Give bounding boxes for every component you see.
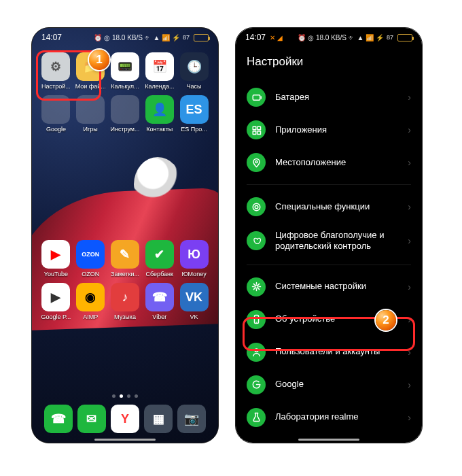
app-money[interactable]: ЮЮMoney — [177, 240, 211, 277]
app-aimp[interactable]: ◉AIMP — [73, 283, 108, 320]
phone-home-screen: 14:07 ⏰ ◎ 18.0 KB/S ᯤ ▲ 📶 ⚡ 87 ⚙Настрой.… — [31, 27, 219, 443]
battery-icon — [247, 88, 266, 107]
status-time: 14:07 — [41, 33, 62, 42]
settings-row-special[interactable]: Специальные функции› — [236, 190, 422, 223]
settings-row-location[interactable]: Местоположение› — [236, 146, 422, 179]
app-label: Сбербанк — [146, 271, 173, 277]
app-ozon[interactable]: OZONOZON — [73, 240, 108, 277]
svg-point-9 — [255, 285, 258, 288]
app-label: Календа... — [145, 83, 174, 90]
app-[interactable]: Инструм... — [108, 95, 143, 133]
app-yandex[interactable]: YYandex — [111, 405, 139, 433]
app-label: Часы — [187, 83, 202, 90]
callout-badge-1: 1 — [89, 50, 109, 70]
es-icon: ES — [180, 95, 209, 124]
phone-icon: ☎ — [44, 405, 73, 433]
app-vk[interactable]: VKVK — [177, 283, 211, 320]
play-icon: ▶ — [41, 283, 70, 311]
settings-row-label: Батарея — [275, 92, 309, 103]
settings-row-label: Google — [275, 379, 304, 390]
chevron-right-icon: › — [408, 282, 411, 292]
app-[interactable]: 🕒Часы — [177, 52, 211, 90]
chevron-right-icon: › — [408, 201, 411, 212]
page-indicator[interactable] — [32, 394, 218, 398]
aimp-icon: ◉ — [76, 283, 105, 311]
app-es[interactable]: ESES Про... — [177, 95, 211, 133]
app-label: VK — [190, 313, 198, 320]
settings-row-google[interactable]: Google› — [236, 369, 422, 401]
app-label: Контакты — [146, 126, 173, 133]
folder-multi-icon — [111, 95, 139, 124]
apps-icon — [247, 120, 266, 139]
app-[interactable]: ✎Заметки... — [108, 240, 143, 277]
yand-icon: Y — [111, 405, 139, 433]
app-[interactable]: ✔Сбербанк — [142, 240, 177, 277]
app-apps[interactable]: ▦Apps — [144, 405, 173, 433]
app-row-3: ▶YouTubeOZONOZON✎Заметки...✔СбербанкЮЮMo… — [32, 235, 218, 277]
status-bar: 14:07 ⏰ ◎ 18.0 KB/S ᯤ ▲ 📶 ⚡ 87 — [32, 28, 218, 47]
chevron-right-icon: › — [408, 412, 411, 423]
calc-icon: 📟 — [111, 52, 139, 81]
svg-rect-4 — [253, 131, 256, 135]
app-youtube[interactable]: ▶YouTube — [39, 240, 73, 277]
dock: ☎Phone✉MessagesYYandex▦Apps📷Camera — [32, 405, 218, 437]
yoo-icon: Ю — [180, 240, 209, 269]
settings-title: Настройки — [236, 47, 422, 81]
chevron-right-icon: › — [408, 92, 411, 103]
app-label: Google P... — [41, 313, 71, 320]
app-phone[interactable]: ☎Phone — [44, 405, 73, 433]
contacts-icon: 👤 — [145, 95, 174, 124]
app-[interactable]: ♪Музыка — [108, 283, 143, 320]
app-row-4: ▶Google P...◉AIMP♪Музыка☎ViberVKVK — [32, 277, 218, 320]
music-icon: ♪ — [111, 283, 139, 311]
clock-icon: 🕒 — [180, 52, 209, 81]
cam-icon: 📷 — [177, 405, 206, 433]
settings-row-battery[interactable]: Батарея› — [236, 81, 422, 114]
app-label: Инструм... — [110, 126, 139, 133]
app-label: Заметки... — [111, 271, 139, 277]
viber-icon: ☎ — [145, 283, 174, 311]
app-[interactable]: Игры — [73, 95, 108, 133]
settings-row-apps[interactable]: Приложения› — [236, 114, 422, 146]
app-label: ЮMoney — [182, 271, 207, 277]
settings-group-3: Системные настройки›Об устройстве›Пользо… — [236, 271, 422, 434]
chevron-right-icon: › — [408, 379, 411, 390]
status-bar: 14:07 ✕ ◢ ⏰ ◎ 18.0 KB/S ᯤ ▲ 📶 ⚡ 87 — [236, 28, 422, 47]
lab-icon — [247, 408, 266, 427]
wellbeing-icon — [247, 231, 266, 250]
app-label: Калькул... — [111, 83, 139, 90]
settings-row-wellbeing[interactable]: Цифровое благополучие и родительский кон… — [236, 223, 422, 259]
app-messages[interactable]: ✉Messages — [77, 405, 106, 433]
app-[interactable]: 📅Календа... — [142, 52, 177, 90]
app-camera[interactable]: 📷Camera — [177, 405, 206, 433]
location-icon — [247, 153, 266, 172]
app-googlep[interactable]: ▶Google P... — [39, 283, 73, 320]
apps-icon: ▦ — [144, 405, 173, 433]
settings-row-label: Системные настройки — [275, 281, 366, 292]
svg-rect-5 — [257, 131, 261, 135]
settings-row-lab[interactable]: Лаборатория realme› — [236, 401, 422, 434]
cal-icon: 📅 — [145, 52, 174, 81]
vk-icon: VK — [180, 283, 209, 311]
yt-icon: ▶ — [41, 240, 70, 269]
settings-row-system[interactable]: Системные настройки› — [236, 271, 422, 303]
settings-group-2: Специальные функции›Цифровое благополучи… — [236, 190, 422, 259]
settings-row-label: Приложения — [275, 124, 327, 135]
nav-handle[interactable] — [298, 439, 359, 441]
app-viber[interactable]: ☎Viber — [142, 283, 177, 320]
svg-point-7 — [255, 205, 258, 209]
status-time: 14:07 — [245, 33, 266, 42]
nav-handle[interactable] — [94, 439, 156, 441]
app-[interactable]: 👤Контакты — [142, 95, 177, 133]
wallpaper-astronaut — [134, 157, 181, 211]
app-[interactable]: 📟Калькул... — [108, 52, 143, 90]
note-icon: ✎ — [111, 240, 139, 269]
app-google[interactable]: Google — [39, 95, 73, 133]
settings-row-label: Местоположение — [275, 157, 346, 168]
app-label: YouTube — [44, 271, 68, 277]
separator — [247, 184, 411, 185]
settings-row-label: Специальные функции — [275, 201, 370, 212]
settings-row-label: Цифровое благополучие и родительский кон… — [275, 230, 398, 252]
chevron-right-icon: › — [408, 157, 411, 168]
battery-icon — [397, 34, 412, 41]
